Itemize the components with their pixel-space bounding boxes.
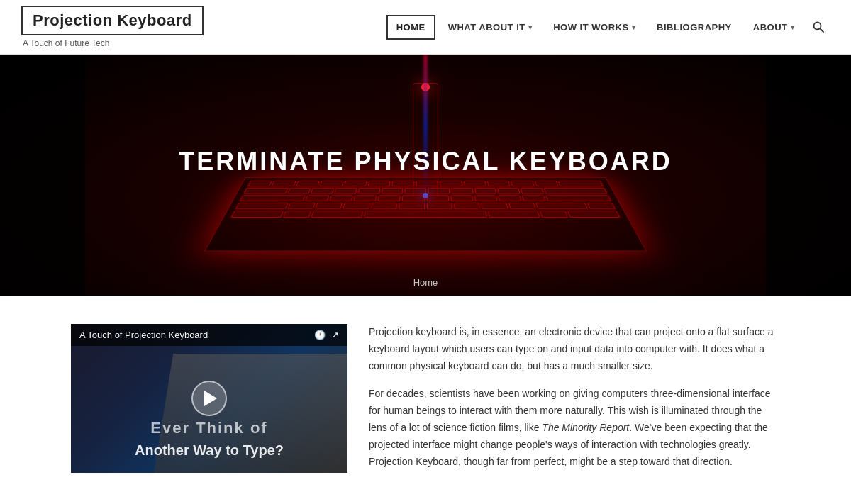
- hero-breadcrumb: Home: [0, 276, 851, 289]
- key: [521, 188, 544, 194]
- key: [231, 211, 284, 218]
- key: [334, 188, 357, 194]
- play-button[interactable]: [191, 381, 227, 416]
- key: [543, 188, 607, 194]
- key: [399, 203, 424, 209]
- logo-title[interactable]: Projection Keyboard: [21, 6, 204, 35]
- key: [587, 203, 616, 209]
- video-title-bar: A Touch of Projection Keyboard 🕐 ↗: [71, 324, 347, 346]
- key: [296, 181, 320, 186]
- key: [416, 181, 438, 186]
- hero-title: TERMINATE PHYSICAL KEYBOARD: [0, 147, 851, 177]
- nav-home[interactable]: HOME: [386, 15, 435, 40]
- key: [287, 188, 311, 194]
- key: [451, 188, 473, 194]
- nav-how-it-works[interactable]: HOW IT WORKS ▾: [545, 16, 644, 38]
- key: [311, 211, 362, 218]
- video-title: A Touch of Projection Keyboard: [79, 330, 208, 340]
- key: [343, 203, 370, 209]
- breadcrumb-home-link[interactable]: Home: [413, 277, 438, 288]
- key: [240, 195, 306, 201]
- video-controls: 🕐 ↗: [314, 330, 339, 340]
- key: [320, 181, 343, 186]
- key: [428, 188, 450, 194]
- play-triangle-icon: [204, 391, 217, 406]
- key: [464, 181, 486, 186]
- svg-line-1: [821, 29, 824, 33]
- key: [368, 181, 391, 186]
- logo-subtitle: A Touch of Future Tech: [21, 38, 204, 48]
- key: [511, 181, 535, 186]
- key: [474, 188, 496, 194]
- share-icon: ↗: [331, 330, 339, 340]
- search-button[interactable]: [807, 16, 830, 38]
- key: [567, 211, 620, 218]
- hero-section: TERMINATE PHYSICAL KEYBOARD Home: [0, 55, 851, 296]
- key: [426, 195, 448, 201]
- key: [272, 181, 296, 186]
- key: [450, 195, 473, 201]
- clock-icon: 🕐: [314, 330, 326, 340]
- key: [316, 203, 343, 209]
- video-overlay-text1: Ever Think of: [71, 419, 347, 437]
- key: [405, 188, 426, 194]
- key: [508, 203, 535, 209]
- key: [498, 195, 521, 201]
- key: [540, 211, 567, 218]
- key: [378, 195, 401, 201]
- key: [287, 203, 315, 209]
- key: [440, 181, 462, 186]
- key: [382, 188, 404, 194]
- video-overlay-text2: Another Way to Type?: [71, 442, 347, 459]
- key: [535, 181, 559, 186]
- key: [235, 203, 288, 209]
- main-nav: HOME WHAT ABOUT IT ▾ HOW IT WORKS ▾ BIBL…: [386, 15, 830, 40]
- chevron-down-icon: ▾: [791, 23, 795, 31]
- key: [311, 188, 333, 194]
- key: [330, 195, 353, 201]
- nav-bibliography[interactable]: BIBLIOGRAPHY: [648, 16, 740, 38]
- nav-about[interactable]: ABOUT ▾: [745, 16, 803, 38]
- key: [402, 195, 424, 201]
- key: [487, 181, 511, 186]
- key: [482, 203, 508, 209]
- key: [344, 181, 367, 186]
- key: [488, 211, 539, 218]
- key: [497, 188, 520, 194]
- chevron-down-icon: ▾: [528, 23, 533, 31]
- paragraph-1: Projection keyboard is, in essence, an e…: [369, 324, 780, 374]
- nav-what-about-it[interactable]: WHAT ABOUT IT ▾: [440, 16, 541, 38]
- site-header: Projection Keyboard A Touch of Future Te…: [0, 0, 851, 55]
- video-container[interactable]: A Touch of Projection Keyboard 🕐 ↗ Ever …: [71, 324, 347, 473]
- key: [358, 188, 380, 194]
- paragraph-2: For decades, scientists have been workin…: [369, 386, 780, 470]
- key: [364, 211, 487, 218]
- key: [426, 203, 452, 209]
- key: [371, 203, 397, 209]
- content-section: A Touch of Projection Keyboard 🕐 ↗ Ever …: [0, 296, 851, 504]
- key: [558, 181, 604, 186]
- key: [536, 203, 588, 209]
- key: [354, 195, 377, 201]
- key: [244, 188, 288, 194]
- key: [474, 195, 497, 201]
- text-block: Projection keyboard is, in essence, an e…: [369, 324, 780, 481]
- logo-block[interactable]: Projection Keyboard A Touch of Future Te…: [21, 6, 204, 48]
- key: [454, 203, 480, 209]
- key: [284, 211, 311, 218]
- key: [545, 195, 611, 201]
- paragraph-2-italic: The Minority Report: [542, 422, 629, 433]
- key: [247, 181, 272, 186]
- key: [522, 195, 546, 201]
- key: [392, 181, 414, 186]
- chevron-down-icon: ▾: [632, 23, 636, 31]
- key: [306, 195, 330, 201]
- keyboard-projection: [204, 177, 647, 251]
